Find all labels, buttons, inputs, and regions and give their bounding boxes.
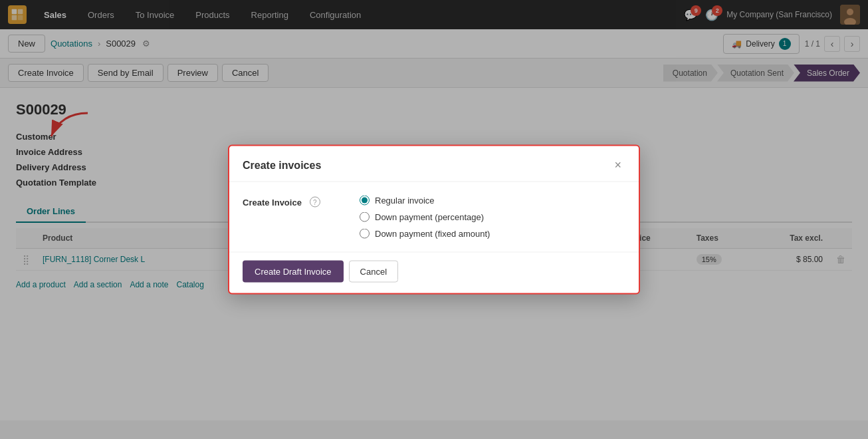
- radio-group: Regular invoice Down payment (percentage…: [360, 196, 490, 239]
- radio-down-fixed-label: Down payment (fixed amount): [375, 229, 490, 239]
- modal-close-button[interactable]: ×: [610, 157, 625, 174]
- modal-footer: Create Draft Invoice Cancel: [229, 252, 639, 293]
- radio-regular-label: Regular invoice: [375, 196, 435, 206]
- modal-cancel-button[interactable]: Cancel: [349, 261, 398, 283]
- create-invoices-modal: Create invoices × Create Invoice ? Regul…: [228, 145, 640, 295]
- help-icon[interactable]: ?: [310, 197, 320, 208]
- radio-down-pct-input[interactable]: [360, 212, 370, 222]
- modal-body: Create Invoice ? Regular invoice Down pa…: [229, 182, 639, 245]
- radio-down-fixed-input[interactable]: [360, 229, 370, 239]
- modal-title: Create invoices: [243, 159, 321, 171]
- radio-down-pct-label: Down payment (percentage): [375, 212, 484, 222]
- radio-down-fixed[interactable]: Down payment (fixed amount): [360, 229, 490, 239]
- radio-regular[interactable]: Regular invoice: [360, 196, 490, 206]
- create-field-row: Create Invoice ? Regular invoice Down pa…: [243, 196, 625, 239]
- radio-down-pct[interactable]: Down payment (percentage): [360, 212, 490, 222]
- create-invoice-label: Create Invoice: [243, 197, 302, 207]
- modal-header: Create invoices ×: [229, 146, 639, 182]
- create-draft-invoice-button[interactable]: Create Draft Invoice: [243, 261, 344, 283]
- radio-regular-input[interactable]: [360, 196, 370, 206]
